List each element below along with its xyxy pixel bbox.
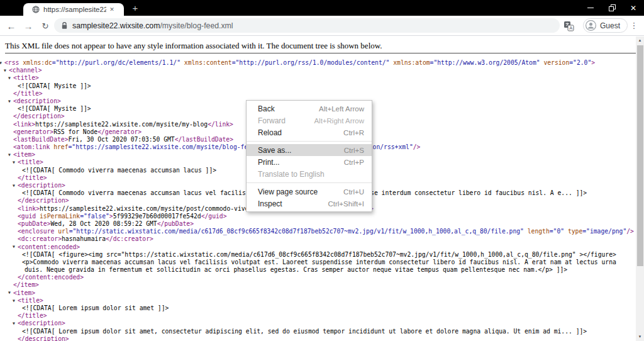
menu-item-shortcut: Ctrl+Shift+I	[328, 200, 364, 208]
tab-title: https://samplesite22.wixsite.com/	[43, 6, 106, 13]
minimize-button[interactable]	[580, 0, 601, 16]
xml-line: <guid isPermaLink="false">5f99329e7b60d0…	[0, 213, 635, 220]
collapse-arrow-icon[interactable]: ▼	[8, 291, 11, 295]
menu-item-shortcut: Alt+Right Arrow	[314, 117, 364, 125]
address-bar[interactable]: samplesite22.wixsite.com/mysite/blog-fee…	[54, 18, 560, 33]
menu-item-label: View page source	[258, 187, 318, 196]
window-titlebar: https://samplesite22.wixsite.com/ ✕ + ✕	[0, 0, 644, 16]
divider	[5, 53, 639, 53]
context-menu-item-view-page-source[interactable]: View page sourceCtrl+U	[247, 186, 372, 198]
xml-line: </title>	[0, 90, 635, 98]
xml-line: <pubDate>Wed, 28 Oct 2020 08:59:22 GMT</…	[0, 220, 635, 228]
browser-toolbar: ← → ↻ samplesite22.wixsite.com/mysite/bl…	[0, 16, 644, 36]
translate-icon: A	[564, 21, 574, 31]
collapse-arrow-icon[interactable]: ▼	[8, 153, 11, 157]
back-button[interactable]: ←	[4, 18, 19, 33]
minimize-icon	[587, 8, 594, 8]
collapse-arrow-icon[interactable]: ▼	[13, 299, 15, 303]
browser-tab[interactable]: https://samplesite22.wixsite.com/ ✕	[23, 3, 124, 16]
xml-line: </content:encoded>	[0, 274, 635, 281]
xml-line: duis. Neque gravida in fermentum et soll…	[0, 266, 635, 274]
url-host: samplesite22.wixsite.com	[72, 21, 160, 30]
menu-item-label: Reload	[258, 128, 282, 137]
collapse-arrow-icon[interactable]: ▼	[0, 61, 2, 65]
restore-button[interactable]	[601, 0, 623, 16]
xml-line: ▼<channel>	[0, 67, 635, 74]
menu-item-shortcut: Ctrl+P	[344, 159, 364, 166]
menu-item-label: Save as...	[258, 146, 291, 155]
menu-item-shortcut: Ctrl+U	[343, 188, 364, 196]
forward-button[interactable]: →	[21, 18, 36, 33]
menu-item-label: Translate to English	[258, 170, 325, 179]
menu-separator	[247, 141, 372, 142]
context-menu-item-translate-to-english[interactable]: Translate to English	[247, 168, 372, 180]
context-menu: BackAlt+Left ArrowForwardAlt+Right Arrow…	[246, 100, 372, 212]
xml-line: <p>Commodo viverra maecenas accumsan lac…	[0, 259, 635, 266]
context-menu-item-save-as[interactable]: Save as...Ctrl+S	[247, 144, 372, 156]
context-menu-item-inspect[interactable]: InspectCtrl+Shift+I	[247, 198, 372, 210]
translate-button[interactable]: A	[564, 21, 574, 31]
browser-menu-button[interactable]: ⋮	[629, 19, 639, 33]
xml-line: ▼<description>	[0, 320, 635, 327]
window-controls: ✕	[580, 0, 644, 16]
xml-line: ▼<title>	[0, 297, 635, 305]
tab-close-icon[interactable]: ✕	[108, 6, 116, 13]
lock-icon[interactable]	[61, 21, 68, 30]
menu-item-label: Print...	[258, 158, 280, 167]
scroll-down-button[interactable]: ▼	[636, 333, 644, 341]
reload-button[interactable]: ↻	[38, 18, 53, 33]
context-menu-item-reload[interactable]: ReloadCtrl+R	[247, 126, 372, 138]
menu-item-shortcut: Ctrl+R	[343, 129, 364, 137]
xml-line: <![CDATA[ Lorem ipsum dolor sit amet ]]>	[0, 305, 635, 312]
xml-line: ▼<item>	[0, 289, 635, 297]
profile-chip[interactable]: Guest	[583, 18, 628, 33]
xml-line: <![CDATA[ <figure><img src="https://stat…	[0, 251, 635, 259]
xml-line: <![CDATA[ Lorem ipsum dolor sit amet, co…	[0, 328, 635, 335]
menu-item-shortcut: Ctrl+S	[344, 147, 364, 154]
context-menu-item-forward[interactable]: ForwardAlt+Right Arrow	[247, 115, 372, 126]
collapse-arrow-icon[interactable]: ▼	[13, 245, 15, 249]
xml-line: <dc:creator>hasnahumaira</dc:creator>	[0, 235, 635, 243]
context-menu-item-print[interactable]: Print...Ctrl+P	[247, 156, 372, 168]
xml-line: </item>	[0, 281, 635, 289]
collapse-arrow-icon[interactable]: ▼	[13, 184, 15, 188]
xml-line: </description>	[0, 335, 635, 341]
xml-line: ▼<rss xmlns:dc="http://purl.org/dc/eleme…	[0, 59, 635, 67]
xml-line: </title>	[0, 312, 635, 320]
avatar-icon	[586, 20, 596, 31]
xml-line: <![CDATA[ Mysite ]]>	[0, 82, 635, 90]
menu-item-label: Back	[258, 104, 275, 113]
globe-favicon-icon	[32, 6, 40, 13]
collapse-arrow-icon[interactable]: ▼	[13, 160, 15, 165]
collapse-arrow-icon[interactable]: ▼	[13, 321, 15, 326]
context-menu-item-back[interactable]: BackAlt+Left Arrow	[247, 103, 372, 115]
scrollbar-thumb[interactable]	[637, 45, 643, 266]
xml-line: ▼<title>	[0, 74, 635, 82]
url-path: /mysite/blog-feed.xml	[160, 21, 233, 30]
xml-line: ▼<content:encoded>	[0, 243, 635, 251]
restore-icon	[609, 4, 616, 11]
close-window-button[interactable]: ✕	[623, 0, 644, 16]
menu-item-shortcut: Alt+Left Arrow	[319, 105, 364, 113]
menu-item-label: Inspect	[258, 199, 282, 208]
menu-separator	[247, 182, 372, 183]
collapse-arrow-icon[interactable]: ▼	[4, 69, 6, 73]
new-tab-button[interactable]: +	[130, 3, 141, 14]
url-text: samplesite22.wixsite.com/mysite/blog-fee…	[72, 21, 233, 30]
collapse-arrow-icon[interactable]: ▼	[8, 76, 11, 81]
profile-label: Guest	[600, 21, 620, 30]
xml-style-notice: This XML file does not appear to have an…	[5, 41, 382, 51]
menu-item-label: Forward	[258, 116, 286, 125]
svg-text:A: A	[569, 25, 572, 31]
xml-line: <enclosure url="http://static.wixstatic.…	[0, 228, 635, 235]
scrollbar[interactable]: ▲ ▼	[636, 36, 644, 341]
scroll-up-button[interactable]: ▲	[636, 36, 644, 45]
collapse-arrow-icon[interactable]: ▼	[8, 99, 11, 104]
